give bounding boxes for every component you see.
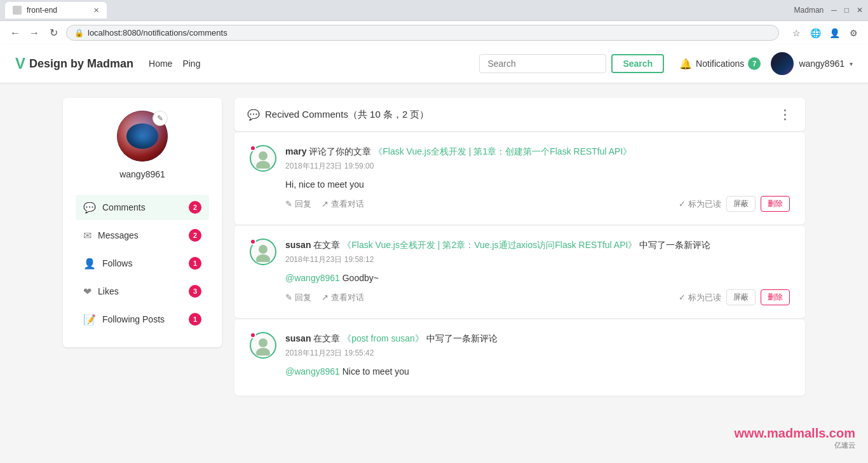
comment-1-article-link[interactable]: 《Flask Vue.js全栈开发 | 第1章：创建第一个Flask RESTf… [374,146,632,156]
comment-3-article-link[interactable]: 《post from susan》 [342,333,424,343]
follows-icon: 👤 [83,258,96,270]
unread-dot-3 [250,332,256,338]
following-posts-icon: 📝 [83,314,96,326]
comment-1-delete-button[interactable]: 删除 [761,196,790,212]
panel-more-button[interactable]: ⋮ [778,107,792,122]
reply-icon-2: ✎ [285,293,292,302]
comment-2-text: susan 在文章 《Flask Vue.js全栈开发 | 第2章：Vue.js… [285,238,790,252]
search-button[interactable]: Search [611,54,664,73]
profile-icon[interactable]: 👤 [827,26,841,40]
comment-3-content: @wangy8961 Nice to meet you [285,366,790,377]
comment-1-avatar-wrapper [250,145,276,172]
panel-header: 💬 Recived Comments（共 10 条，2 页） ⋮ [234,98,805,131]
comment-2-delete-button[interactable]: 删除 [761,289,790,305]
comment-2-block-button[interactable]: 屏蔽 [726,289,756,305]
comment-2-action: 在文章 [313,240,340,250]
extension-icon[interactable]: ⚙ [846,26,860,40]
notifications-label: Notifications [696,59,744,69]
username-label: wangy8961 [799,59,844,69]
comment-1-action: 评论了你的文章 [309,146,371,156]
tab-favicon [13,6,22,15]
reply-label: 回复 [295,198,311,210]
comment-card-2: susan 在文章 《Flask Vue.js全栈开发 | 第2章：Vue.js… [234,226,805,318]
comment-2-action2: 中写了一条新评论 [639,240,710,250]
comment-3-meta: susan 在文章 《post from susan》 中写了一条新评论 201… [285,332,790,359]
comment-2-view-thread-button[interactable]: ↗ 查看对话 [322,292,364,303]
notifications-button[interactable]: 🔔 Notifications 7 [679,57,761,70]
unread-dot-2 [250,238,256,245]
svg-point-4 [259,338,268,347]
search-input[interactable] [479,54,606,73]
maximize-button[interactable]: □ [844,6,849,15]
comment-3-action2: 中写了一条新评论 [426,333,498,343]
following-posts-badge: 1 [189,313,201,326]
user-profile[interactable]: wangy8961 ▾ [771,52,853,75]
avatar-image [771,52,794,75]
close-button[interactable]: ✕ [857,6,863,15]
comment-1-view-thread-button[interactable]: ↗ 查看对话 [322,198,364,210]
view-thread-icon-2: ↗ [322,293,329,302]
comment-3-author: susan [285,333,311,343]
sidebar-item-comments[interactable]: 💬 Comments 2 [76,195,209,220]
comment-3-body: @wangy8961 Nice to meet you [285,366,790,377]
comment-2-left-actions: ✎ 回复 ↗ 查看对话 [285,292,364,303]
search-container: Search [479,54,664,73]
comment-2-article-link[interactable]: 《Flask Vue.js全栈开发 | 第2章：Vue.js通过axios访问F… [342,240,637,250]
forward-button[interactable]: → [27,25,42,41]
svg-point-0 [259,151,268,160]
sidebar-item-following-posts[interactable]: 📝 Following Posts 1 [76,307,209,332]
view-thread-label: 查看对话 [331,198,364,210]
edit-profile-icon[interactable]: ✎ [153,111,168,126]
mark-read-label: 标为已读 [688,198,721,210]
app-logo: V Design by Madman [15,55,133,73]
panel-title-row: 💬 Recived Comments（共 10 条，2 页） [247,109,429,121]
comment-3-text: susan 在文章 《post from susan》 中写了一条新评论 [285,332,790,345]
comment-3-avatar-wrapper [250,332,276,359]
comment-1-actions-row: ✎ 回复 ↗ 查看对话 ✓ 标为已读 屏蔽 [285,196,790,212]
notifications-badge: 7 [748,57,761,70]
sidebar-item-likes[interactable]: ❤ Likes 3 [76,279,209,304]
comment-1-block-button[interactable]: 屏蔽 [726,196,756,212]
follows-badge: 1 [189,257,201,270]
comment-1-mark-read-button[interactable]: ✓ 标为已读 [679,198,721,210]
translate-icon[interactable]: 🌐 [808,26,822,40]
bell-icon: 🔔 [679,58,692,70]
comment-2-mark-read-button[interactable]: ✓ 标为已读 [679,292,721,303]
mark-read-label-2: 标为已读 [688,292,721,303]
sidebar-messages-label: Messages [98,230,182,240]
comment-2-author: susan [285,240,311,250]
comment-header-icon: 💬 [247,109,260,121]
comment-1-text: mary 评论了你的文章 《Flask Vue.js全栈开发 | 第1章：创建第… [285,145,790,158]
comment-1-reply-button[interactable]: ✎ 回复 [285,198,311,210]
comment-1-body: Hi, nice to meet you ✎ 回复 ↗ 查看对话 [285,179,790,212]
view-thread-label-2: 查看对话 [331,292,364,303]
tab-close-button[interactable]: ✕ [93,6,99,15]
logo-text: Design by Madman [29,57,133,71]
comment-2-meta: susan 在文章 《Flask Vue.js全栈开发 | 第2章：Vue.js… [285,238,790,265]
minimize-button[interactable]: ─ [831,6,837,15]
comment-1-time: 2018年11月23日 19:59:00 [285,161,790,172]
browser-tab[interactable]: front-end ✕ [5,2,107,18]
window-controls: Madman ─ □ ✕ [794,6,863,15]
tab-title: front-end [27,6,57,15]
nav-home-link[interactable]: Home [149,56,172,71]
sidebar-item-follows[interactable]: 👤 Follows 1 [76,251,209,276]
sidebar-profile: ✎ wangy8961 [76,111,209,179]
address-bar[interactable]: 🔒 localhost:8080/notifications/comments [66,25,779,41]
user-avatar [771,52,794,75]
bookmark-star-icon[interactable]: ☆ [789,26,803,40]
sidebar-item-messages[interactable]: ✉ Messages 2 [76,223,209,248]
comment-2-reply-button[interactable]: ✎ 回复 [285,292,311,303]
svg-point-3 [256,254,270,262]
comments-icon: 💬 [83,202,96,214]
susan-avatar-image-1 [253,242,273,262]
reload-button[interactable]: ↻ [46,25,61,41]
sidebar-follows-label: Follows [102,258,182,268]
comment-2-content: @wangy8961 Goodby~ [285,273,790,283]
nav-ping-link[interactable]: Ping [182,56,200,71]
dropdown-arrow-icon: ▾ [850,60,853,67]
comment-card-1: mary 评论了你的文章 《Flask Vue.js全栈开发 | 第1章：创建第… [234,132,805,225]
comment-3-text-content: Nice to meet you [342,366,409,377]
back-button[interactable]: ← [8,25,23,41]
nav-links: Home Ping [149,56,200,71]
